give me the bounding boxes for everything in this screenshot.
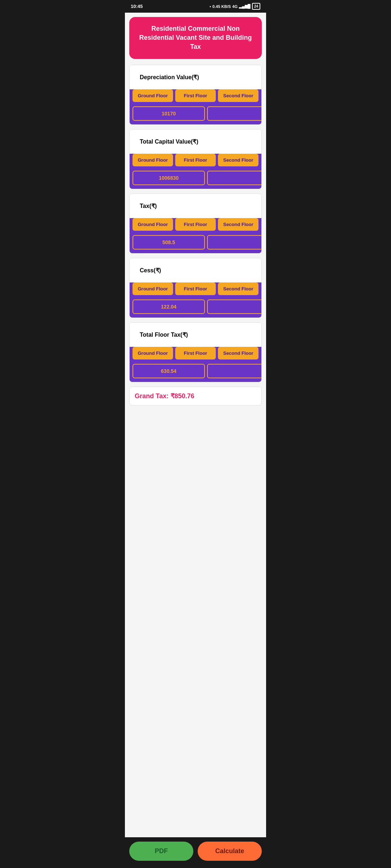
cess-ground-floor-btn[interactable]: Ground Floor <box>133 282 173 295</box>
tax-header: Tax(₹) <box>130 194 261 218</box>
total-floor-tax-first-floor-btn[interactable]: First Floor <box>175 347 216 359</box>
tax-first-floor-btn[interactable]: First Floor <box>175 218 216 231</box>
main-content: Residential Commercial Non Residential V… <box>125 13 266 837</box>
cess-section: Cess(₹) Ground Floor First Floor Second … <box>129 258 262 318</box>
tax-ground-input[interactable] <box>133 235 205 250</box>
total-floor-tax-section: Total Floor Tax(₹) Ground Floor First Fl… <box>129 322 262 382</box>
status-right: • 0.45 KB/S 4G ▂▄▆█ 24 <box>210 3 260 10</box>
depreciation-inputs-row <box>130 104 261 124</box>
capital-title: Total Capital Value(₹) <box>135 134 203 149</box>
status-bar: 10:45 • 0.45 KB/S 4G ▂▄▆█ 24 <box>125 0 266 13</box>
total-floor-tax-first-input[interactable] <box>207 364 262 378</box>
tax-inputs-row <box>130 233 261 253</box>
total-floor-tax-second-floor-btn[interactable]: Second Floor <box>218 347 258 359</box>
cess-title: Cess(₹) <box>135 263 166 278</box>
cess-second-floor-btn[interactable]: Second Floor <box>218 282 258 295</box>
depreciation-ground-floor-btn[interactable]: Ground Floor <box>133 89 173 102</box>
bluetooth-icon: • <box>210 4 211 9</box>
total-floor-tax-ground-input[interactable] <box>133 364 205 378</box>
nav-bar: ☰ ⬜ ◁ <box>125 865 266 868</box>
capital-header: Total Capital Value(₹) <box>130 129 261 154</box>
page-title: Residential Commercial Non Residential V… <box>135 24 256 52</box>
tax-ground-floor-btn[interactable]: Ground Floor <box>133 218 173 231</box>
tax-floor-buttons: Ground Floor First Floor Second Floor <box>130 218 261 233</box>
cess-first-floor-btn[interactable]: First Floor <box>175 282 216 295</box>
total-floor-tax-title: Total Floor Tax(₹) <box>135 327 193 342</box>
depreciation-header: Depreciation Value(₹) <box>130 65 261 89</box>
cess-header: Cess(₹) <box>130 258 261 282</box>
depreciation-floor-buttons: Ground Floor First Floor Second Floor <box>130 89 261 104</box>
bottom-buttons: PDF Calculate <box>125 837 266 865</box>
tax-second-floor-btn[interactable]: Second Floor <box>218 218 258 231</box>
capital-inputs-row <box>130 169 261 189</box>
cess-inputs-row <box>130 297 261 318</box>
capital-section: Total Capital Value(₹) Ground Floor Firs… <box>129 129 262 189</box>
capital-ground-floor-btn[interactable]: Ground Floor <box>133 154 173 166</box>
cess-first-input[interactable] <box>207 299 262 314</box>
capital-second-floor-btn[interactable]: Second Floor <box>218 154 258 166</box>
cess-floor-buttons: Ground Floor First Floor Second Floor <box>130 282 261 297</box>
tax-section: Tax(₹) Ground Floor First Floor Second F… <box>129 193 262 254</box>
depreciation-ground-input[interactable] <box>133 106 205 121</box>
tax-title: Tax(₹) <box>135 198 162 214</box>
total-floor-tax-inputs-row <box>130 362 261 382</box>
grand-tax-label: Grand Tax: ₹850.76 <box>135 392 194 400</box>
signal-text: 0.45 KB/S <box>213 4 231 9</box>
capital-first-floor-btn[interactable]: First Floor <box>175 154 216 166</box>
total-floor-tax-ground-floor-btn[interactable]: Ground Floor <box>133 347 173 359</box>
capital-first-input[interactable] <box>207 171 262 185</box>
total-floor-tax-floor-buttons: Ground Floor First Floor Second Floor <box>130 347 261 362</box>
depreciation-section: Depreciation Value(₹) Ground Floor First… <box>129 65 262 125</box>
tax-first-input[interactable] <box>207 235 262 250</box>
cess-ground-input[interactable] <box>133 299 205 314</box>
total-floor-tax-header: Total Floor Tax(₹) <box>130 323 261 347</box>
signal-bars-icon: ▂▄▆█ <box>239 4 251 9</box>
depreciation-second-floor-btn[interactable]: Second Floor <box>218 89 258 102</box>
calculate-button[interactable]: Calculate <box>198 842 262 861</box>
pdf-button[interactable]: PDF <box>129 842 193 861</box>
depreciation-first-input[interactable] <box>207 106 262 121</box>
depreciation-first-floor-btn[interactable]: First Floor <box>175 89 216 102</box>
battery-indicator: 24 <box>252 3 260 10</box>
header-card: Residential Commercial Non Residential V… <box>129 17 262 59</box>
capital-floor-buttons: Ground Floor First Floor Second Floor <box>130 154 261 169</box>
depreciation-title: Depreciation Value(₹) <box>135 69 204 85</box>
grand-tax-section: Grand Tax: ₹850.76 <box>129 387 262 405</box>
time: 10:45 <box>131 4 143 9</box>
network-text: 4G <box>232 4 238 9</box>
capital-ground-input[interactable] <box>133 171 205 185</box>
